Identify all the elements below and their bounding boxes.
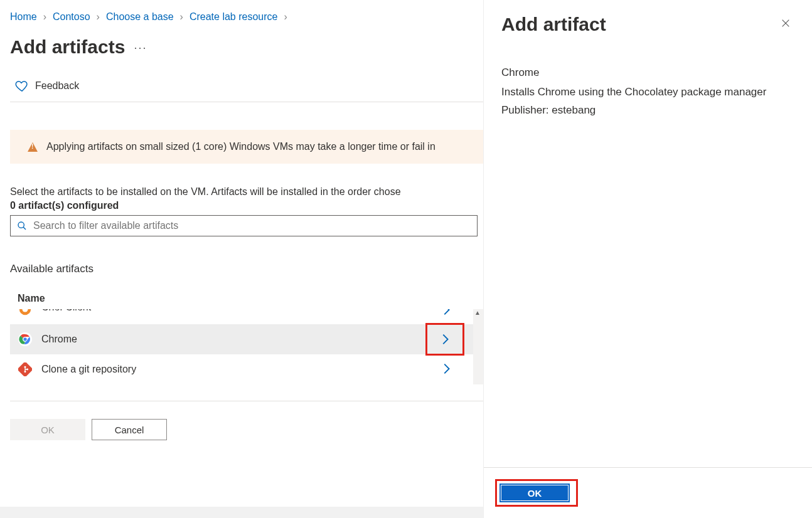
configured-count: 0 artifact(s) configured — [10, 200, 483, 211]
svg-point-0 — [18, 222, 24, 228]
chevron-right-icon: › — [97, 11, 100, 23]
breadcrumb: Home › Contoso › Choose a base › Create … — [10, 11, 483, 23]
chrome-icon — [18, 332, 33, 347]
artifact-publisher: Publisher: estebang — [501, 102, 794, 120]
feedback-label: Feedback — [35, 80, 79, 92]
cancel-button[interactable]: Cancel — [92, 419, 167, 440]
artifact-description: Installs Chrome using the Chocolatey pac… — [501, 83, 794, 102]
feedback-button[interactable]: Feedback — [10, 68, 483, 102]
warning-text: Applying artifacts on small sized (1 cor… — [46, 141, 435, 152]
warning-banner: Applying artifacts on small sized (1 cor… — [10, 130, 483, 164]
artifact-list: ▲ Chef Client Chrome — [10, 309, 473, 384]
available-artifacts-heading: Available artifacts — [10, 263, 483, 275]
artifact-open-chevron[interactable] — [439, 362, 453, 378]
instructions-text: Select the artifacts to be installed on … — [10, 186, 483, 198]
artifact-label: Chrome — [41, 334, 418, 345]
chevron-right-icon: › — [180, 11, 183, 23]
bottom-strip — [0, 507, 483, 518]
chevron-right-icon: › — [284, 11, 287, 23]
breadcrumb-choose-base[interactable]: Choose a base — [106, 11, 174, 23]
artifact-label: Clone a git repository — [41, 364, 430, 375]
scrollbar[interactable]: ▲ — [473, 309, 483, 384]
chevron-right-icon: › — [43, 11, 46, 23]
close-icon — [781, 18, 791, 28]
search-icon — [17, 221, 27, 231]
panel-title: Add artifact — [501, 14, 606, 35]
search-input[interactable] — [32, 219, 471, 232]
more-actions-button[interactable]: ··· — [134, 41, 147, 55]
artifact-row-chef[interactable]: Chef Client — [10, 309, 473, 324]
artifact-row-git[interactable]: Clone a git repository — [10, 354, 473, 384]
artifact-name: Chrome — [501, 64, 794, 82]
git-icon — [18, 362, 33, 377]
column-header-name: Name — [10, 288, 483, 309]
highlighted-open-button[interactable] — [427, 324, 463, 354]
panel-ok-highlight: OK — [495, 479, 578, 507]
heart-icon — [15, 79, 29, 93]
add-artifact-panel: Add artifact Chrome Installs Chrome usin… — [483, 0, 812, 518]
breadcrumb-create-lab-resource[interactable]: Create lab resource — [190, 11, 278, 23]
search-input-wrapper[interactable] — [10, 215, 478, 236]
chef-icon — [18, 309, 33, 317]
panel-ok-button[interactable]: OK — [499, 484, 570, 502]
ok-button: OK — [10, 419, 85, 440]
artifact-label: Chef Client — [41, 309, 430, 313]
breadcrumb-contoso[interactable]: Contoso — [53, 11, 90, 23]
footer-buttons: OK Cancel — [10, 401, 483, 450]
artifact-row-chrome[interactable]: Chrome — [10, 324, 473, 354]
svg-line-1 — [23, 227, 26, 230]
breadcrumb-home[interactable]: Home — [10, 11, 37, 23]
warning-icon — [28, 142, 38, 152]
page-title: Add artifacts — [10, 36, 125, 58]
close-panel-button[interactable] — [777, 14, 794, 35]
artifact-open-chevron[interactable] — [439, 309, 453, 319]
